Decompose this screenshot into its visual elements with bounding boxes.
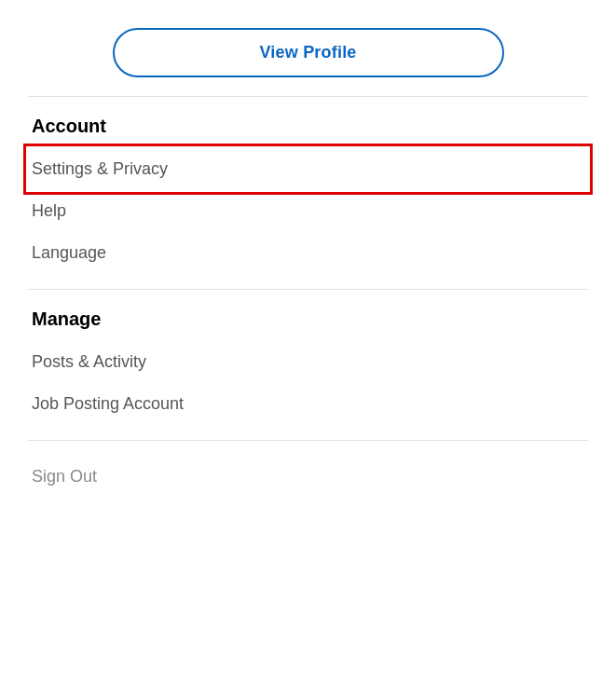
posts-activity-item[interactable]: Posts & Activity [28,341,588,383]
help-item[interactable]: Help [28,190,588,232]
section-divider [28,289,588,290]
bottom-divider [28,440,588,441]
view-profile-button[interactable]: View Profile [113,28,504,77]
manage-section-title: Manage [28,308,588,330]
sign-out-button[interactable]: Sign Out [28,456,588,498]
account-section-title: Account [28,116,588,137]
language-item[interactable]: Language [28,232,588,274]
top-divider [28,96,588,97]
manage-section: Manage Posts & Activity Job Posting Acco… [28,308,588,425]
settings-privacy-item[interactable]: Settings & Privacy [28,148,588,190]
job-posting-account-item[interactable]: Job Posting Account [28,383,588,425]
account-section: Account Settings & Privacy Help Language [28,116,588,274]
